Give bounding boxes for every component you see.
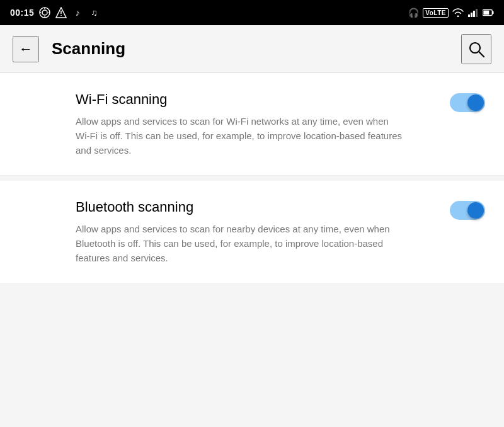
- svg-point-8: [61, 15, 62, 16]
- app-icon-1: [39, 7, 50, 18]
- page-title: Scanning: [52, 39, 125, 59]
- signal-icon: [467, 7, 479, 18]
- bluetooth-scanning-title: Bluetooth scanning: [76, 198, 437, 217]
- back-button[interactable]: ←: [13, 36, 39, 62]
- volte-badge: VoLTE: [423, 8, 449, 18]
- app-bar-left: ← Scanning: [13, 36, 125, 62]
- svg-rect-12: [476, 9, 478, 17]
- bluetooth-scanning-item: Bluetooth scanning Allow apps and servic…: [0, 181, 504, 283]
- music-note-1: ♪: [72, 7, 83, 18]
- svg-point-1: [42, 10, 47, 15]
- wifi-scanning-item: Wi-Fi scanning Allow apps and services t…: [0, 73, 504, 176]
- wifi-scanning-desc: Allow apps and services to scan for Wi-F…: [76, 114, 403, 158]
- bluetooth-scanning-toggle-wrapper: [450, 198, 485, 220]
- search-button[interactable]: [461, 34, 491, 64]
- svg-rect-9: [468, 14, 470, 17]
- status-bar: 00:15 ♪ ♫ 🎧 VoLTE: [0, 0, 504, 25]
- wifi-toggle-thumb: [467, 94, 484, 111]
- app-icon-2: [55, 7, 67, 18]
- status-time: 00:15: [10, 8, 34, 18]
- svg-rect-15: [483, 11, 489, 14]
- status-left: 00:15 ♪ ♫: [10, 7, 100, 18]
- bluetooth-scanning-text: Bluetooth scanning Allow apps and servic…: [76, 198, 437, 265]
- search-icon: [467, 40, 485, 58]
- settings-content: Wi-Fi scanning Allow apps and services t…: [0, 73, 504, 284]
- svg-rect-11: [473, 11, 475, 17]
- music-note-2: ♫: [88, 7, 100, 18]
- wifi-scanning-title: Wi-Fi scanning: [76, 91, 437, 109]
- headphone-icon: 🎧: [408, 7, 419, 18]
- svg-point-0: [40, 8, 50, 18]
- app-bar: ← Scanning: [0, 25, 504, 73]
- svg-rect-14: [493, 11, 494, 14]
- svg-rect-10: [471, 13, 472, 17]
- svg-line-17: [479, 52, 484, 57]
- battery-icon: [483, 7, 494, 18]
- wifi-scanning-toggle-wrapper: [450, 91, 485, 112]
- bluetooth-scanning-toggle[interactable]: [450, 201, 485, 220]
- wifi-scanning-text: Wi-Fi scanning Allow apps and services t…: [76, 91, 437, 157]
- wifi-scanning-toggle[interactable]: [450, 93, 485, 112]
- back-arrow-icon: ←: [19, 42, 33, 56]
- status-right: 🎧 VoLTE: [408, 7, 494, 18]
- bluetooth-scanning-desc: Allow apps and services to scan for near…: [76, 222, 403, 266]
- wifi-icon: [452, 7, 464, 18]
